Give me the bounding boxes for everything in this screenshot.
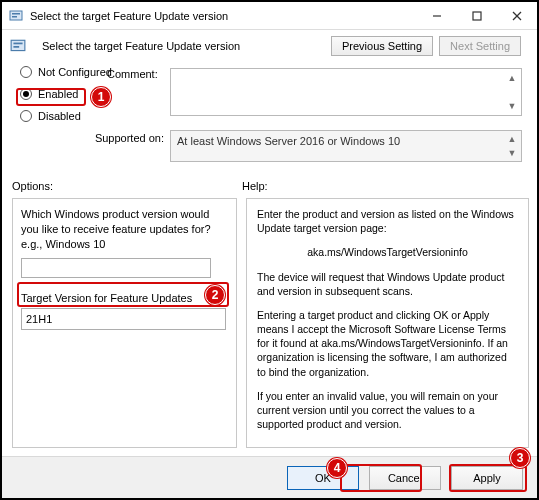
scroll-up-icon[interactable]: ▲ — [505, 71, 519, 85]
help-heading: Help: — [242, 180, 268, 192]
maximize-button[interactable] — [457, 2, 497, 30]
comment-label: Comment: — [107, 68, 158, 80]
scroll-down-icon[interactable]: ▼ — [505, 99, 519, 113]
help-text: If you enter an invalid value, you will … — [257, 389, 518, 432]
options-heading: Options: — [12, 180, 242, 192]
apply-button[interactable]: Apply — [451, 466, 523, 490]
comment-textarea[interactable]: ▲ ▼ — [170, 68, 522, 116]
target-version-label: Target Version for Feature Updates — [21, 292, 228, 304]
policy-icon — [10, 38, 26, 54]
previous-setting-button[interactable]: Previous Setting — [331, 36, 433, 56]
ok-button[interactable]: OK — [287, 466, 359, 490]
help-link-text: aka.ms/WindowsTargetVersioninfo — [257, 245, 518, 259]
radio-not-configured[interactable]: Not Configured — [20, 66, 112, 78]
target-version-input[interactable] — [21, 308, 226, 330]
supported-on-label: Supported on: — [84, 132, 164, 144]
svg-rect-0 — [10, 11, 22, 20]
radio-icon — [20, 66, 32, 78]
help-panel: Enter the product and version as listed … — [246, 198, 529, 448]
svg-rect-8 — [13, 43, 22, 45]
policy-icon — [8, 8, 24, 24]
close-button[interactable] — [497, 2, 537, 30]
product-version-input[interactable] — [21, 258, 211, 278]
radio-label: Enabled — [38, 88, 78, 100]
header-row: Select the target Feature Update version… — [2, 30, 537, 62]
svg-rect-1 — [12, 13, 20, 15]
svg-rect-2 — [12, 16, 17, 18]
radio-enabled[interactable]: Enabled — [20, 88, 112, 100]
scroll-up-icon: ▲ — [505, 132, 519, 146]
svg-rect-4 — [473, 12, 481, 20]
help-text: Enter the product and version as listed … — [257, 207, 518, 235]
supported-on-box: At least Windows Server 2016 or Windows … — [170, 130, 522, 162]
svg-rect-9 — [13, 46, 19, 48]
help-text: Entering a target product and clicking O… — [257, 308, 518, 379]
supported-on-text: At least Windows Server 2016 or Windows … — [177, 135, 400, 147]
options-panel: Which Windows product version would you … — [12, 198, 237, 448]
radio-label: Disabled — [38, 110, 81, 122]
cancel-button[interactable]: Cancel — [369, 466, 441, 490]
minimize-button[interactable] — [417, 2, 457, 30]
window-title: Select the target Feature Update version — [30, 10, 417, 22]
product-version-question: Which Windows product version would you … — [21, 207, 228, 252]
radio-disabled[interactable]: Disabled — [20, 110, 112, 122]
dialog-button-bar: OK Cancel Apply — [2, 456, 537, 498]
scroll-down-icon: ▼ — [505, 146, 519, 160]
page-title: Select the target Feature Update version — [42, 40, 321, 52]
state-radio-group: Not Configured Enabled Disabled — [20, 66, 112, 122]
titlebar: Select the target Feature Update version — [2, 2, 537, 30]
help-text: The device will request that Windows Upd… — [257, 270, 518, 298]
svg-rect-7 — [11, 40, 25, 50]
radio-label: Not Configured — [38, 66, 112, 78]
radio-icon — [20, 110, 32, 122]
next-setting-button: Next Setting — [439, 36, 521, 56]
radio-icon — [20, 88, 32, 100]
